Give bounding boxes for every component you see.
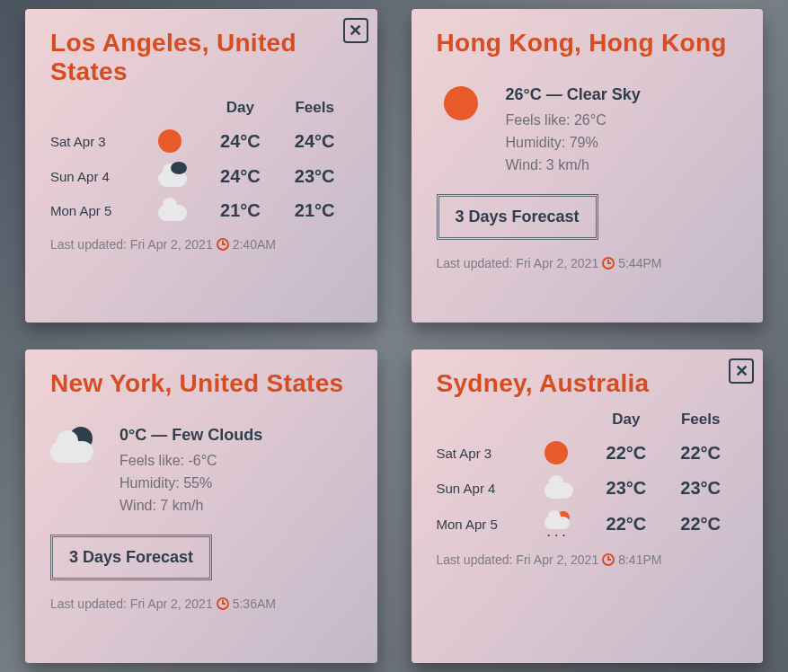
cloud-dark-icon [158,171,187,187]
current-headline: 0°C — Few Clouds [120,423,262,448]
col-day-label: Day [589,411,664,429]
col-day-label: Day [203,99,278,117]
forecast-temp-feels: 23°C [278,166,352,187]
forecast-button[interactable]: 3 Days Forecast [50,535,212,580]
weather-card-sydney: ✕ Sydney, Australia Day Feels Sat Apr 3 … [412,349,764,663]
sun-icon [444,86,478,120]
snow-icon: • • • [545,511,573,536]
close-icon: ✕ [349,22,362,39]
forecast-date: Sat Apr 3 [437,446,545,461]
forecast-row: Mon Apr 5 • • • 22°C 22°C [437,511,739,536]
current-feels: Feels like: 26°C [506,110,641,132]
forecast-temp-day: 21°C [203,200,278,221]
forecast-header: Day Feels [437,411,739,429]
sun-icon [158,129,182,153]
forecast-row: Sun Apr 4 24°C 23°C [50,165,352,187]
forecast-date: Sat Apr 3 [50,134,158,149]
close-icon: ✕ [735,363,748,379]
current-humidity: Humidity: 79% [506,132,641,155]
clock-icon [217,238,229,251]
col-feels-label: Feels [663,411,738,429]
sun-icon [545,441,568,464]
weather-card-new-york: New York, United States 0°C — Few Clouds… [25,349,377,663]
city-title: Hong Kong, Hong Kong [437,29,739,57]
last-updated: Last updated: Fri Apr 2, 2021 5:36AM [50,597,352,611]
current-humidity: Humidity: 55% [120,473,262,495]
forecast-temp-feels: 24°C [278,131,352,152]
last-updated: Last updated: Fri Apr 2, 2021 5:44PM [437,256,739,270]
forecast-temp-day: 24°C [203,166,278,187]
forecast-button[interactable]: 3 Days Forecast [437,194,598,240]
forecast-temp-feels: 22°C [663,443,738,464]
forecast-temp-day: 24°C [203,131,278,152]
forecast-temp-day: 23°C [589,478,664,499]
cloud-icon [158,205,187,221]
forecast-temp-feels: 23°C [663,478,738,499]
forecast-temp-day: 22°C [589,443,664,464]
close-button[interactable]: ✕ [729,358,754,384]
city-title: New York, United States [50,369,352,398]
forecast-date: Mon Apr 5 [50,203,158,218]
last-updated: Last updated: Fri Apr 2, 2021 8:41PM [437,553,739,567]
weather-card-los-angeles: ✕ Los Angeles, United States Day Feels S… [25,9,377,323]
forecast-row: Mon Apr 5 21°C 21°C [50,199,352,221]
city-title: Los Angeles, United States [50,29,352,86]
forecast-date: Mon Apr 5 [437,517,545,532]
close-button[interactable]: ✕ [343,18,368,43]
forecast-temp-feels: 22°C [663,514,738,535]
few-clouds-icon [50,427,100,463]
forecast-date: Sun Apr 4 [437,481,545,496]
current-weather: 0°C — Few Clouds Feels like: -6°C Humidi… [50,423,352,517]
clock-icon [602,257,615,270]
weather-card-hong-kong: Hong Kong, Hong Kong 26°C — Clear Sky Fe… [412,9,764,323]
clock-icon [602,553,615,566]
current-headline: 26°C — Clear Sky [506,83,641,108]
forecast-row: Sat Apr 3 22°C 22°C [437,441,739,464]
forecast-header: Day Feels [50,99,352,117]
forecast-row: Sat Apr 3 24°C 24°C [50,129,352,153]
forecast-temp-day: 22°C [589,514,664,535]
current-wind: Wind: 7 km/h [120,495,262,517]
forecast-temp-feels: 21°C [278,200,352,221]
col-feels-label: Feels [278,99,352,117]
cloud-icon [545,482,573,499]
clock-icon [217,597,229,610]
city-title: Sydney, Australia [437,369,739,398]
current-feels: Feels like: -6°C [120,450,262,473]
last-updated: Last updated: Fri Apr 2, 2021 2:40AM [50,237,352,252]
current-weather: 26°C — Clear Sky Feels like: 26°C Humidi… [437,83,739,176]
forecast-date: Sun Apr 4 [50,169,158,184]
current-wind: Wind: 3 km/h [506,155,641,177]
forecast-row: Sun Apr 4 23°C 23°C [437,477,739,499]
